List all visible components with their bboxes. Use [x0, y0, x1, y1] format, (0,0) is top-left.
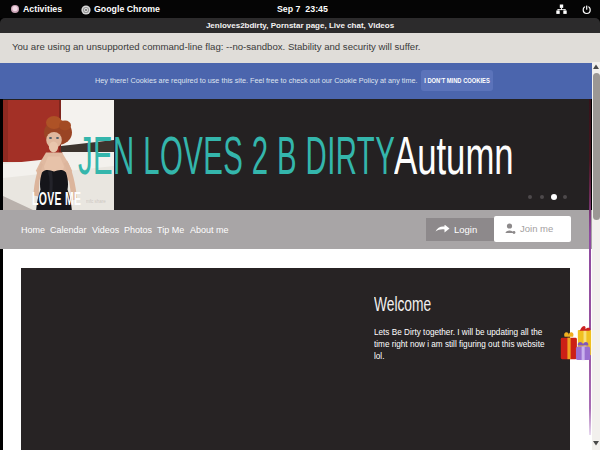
svg-text:mfc share: mfc share: [86, 199, 106, 204]
svg-text:LOVE ME: LOVE ME: [32, 190, 81, 209]
